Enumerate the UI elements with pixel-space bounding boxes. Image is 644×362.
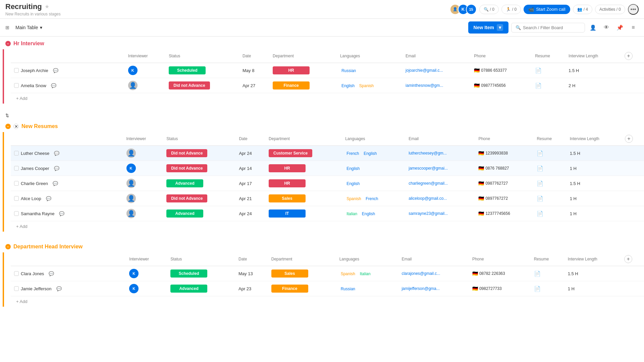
cell-interview-length: 1 H — [567, 206, 622, 221]
resume-icon[interactable]: 📄 — [534, 271, 541, 277]
resume-icon[interactable]: 📄 — [535, 83, 542, 88]
search-icon: 🔍 — [516, 25, 521, 30]
interviewer-avatar: 👤 — [126, 194, 136, 203]
new-item-arrow: ▾ — [497, 24, 503, 31]
comment-icon[interactable]: 💬 — [53, 68, 58, 73]
cell-resume: 📄 — [532, 63, 565, 78]
cell-status[interactable]: Scheduled — [165, 63, 239, 78]
cell-department: HR — [265, 161, 342, 176]
table-wrapper-new: Interviewer Status Date Department Langu… — [3, 132, 644, 232]
add-row-dept[interactable]: + Add — [11, 296, 644, 307]
add-column-button[interactable]: + — [625, 135, 633, 143]
eye-icon-btn[interactable]: 👁 — [601, 22, 612, 33]
cell-resume: 📄 — [531, 281, 565, 296]
col-add[interactable]: + — [621, 49, 644, 63]
flag-icon: 🇩🇪 — [472, 286, 478, 291]
search-input[interactable] — [523, 25, 581, 30]
interviewer-avatar: 👤 — [126, 148, 136, 158]
cell-name: Samantha Rayne 💬 — [11, 206, 123, 221]
cell-date: Apr 27 — [239, 78, 269, 93]
row-checkbox[interactable] — [14, 181, 19, 186]
cell-interviewer: 👤 — [123, 146, 163, 161]
new-item-button[interactable]: New Item ▾ — [468, 21, 508, 34]
col-languages: Languages — [337, 49, 402, 63]
cell-status[interactable]: Did not Advance — [163, 191, 235, 206]
resume-icon[interactable]: 📄 — [534, 286, 541, 292]
row-checkbox[interactable] — [14, 83, 19, 88]
flag-icon: 🇩🇪 — [478, 211, 484, 216]
resume-icon[interactable]: 📄 — [537, 166, 543, 171]
cell-status[interactable]: Advanced — [163, 206, 235, 221]
more-button[interactable]: ••• — [628, 4, 639, 15]
resume-icon[interactable]: 📄 — [537, 150, 543, 156]
col-interviewer: Interviewer — [125, 49, 166, 63]
interviewer-avatar: K — [129, 284, 139, 293]
cell-status[interactable]: Did not Advance — [165, 78, 239, 93]
cell-status[interactable]: Advanced — [167, 281, 235, 296]
filter-icon-btn[interactable]: 📌 — [614, 22, 625, 33]
col-languages: Languages — [336, 252, 398, 266]
row-checkbox[interactable] — [14, 286, 19, 291]
row-checkbox[interactable] — [14, 211, 19, 216]
activity-notif-btn[interactable]: 🏃 / 0 — [501, 5, 521, 14]
row-checkbox[interactable] — [14, 271, 19, 276]
zoom-call-button[interactable]: 📹 Start Zoom call — [524, 5, 570, 14]
cell-phone: 🇩🇪 08782 226363 — [469, 266, 531, 281]
row-checkbox[interactable] — [14, 166, 19, 171]
add-column-button[interactable]: + — [624, 255, 632, 263]
star-icon[interactable]: ★ — [45, 3, 49, 10]
comment-icon[interactable]: 💬 — [53, 181, 58, 186]
add-column-button[interactable]: + — [625, 52, 633, 60]
app-subtitle: New Recruits in various stages — [5, 12, 61, 16]
comment-icon[interactable]: 💬 — [54, 151, 59, 156]
users-btn[interactable]: 👥 / 4 — [573, 5, 592, 14]
resume-icon[interactable]: 📄 — [537, 181, 543, 186]
comment-icon[interactable]: 💬 — [59, 211, 64, 216]
app-title: Recruiting — [5, 2, 42, 11]
search-notif-btn[interactable]: 🔍 / 0 — [479, 5, 499, 14]
cell-status[interactable]: Scheduled — [167, 266, 235, 281]
table-dept: Interviewer Status Date Department Langu… — [11, 252, 644, 296]
col-add[interactable]: + — [621, 252, 644, 266]
row-checkbox[interactable] — [14, 68, 19, 73]
section-hr-header: − Hr Interview — [0, 37, 644, 49]
cell-status[interactable]: Did not Advance — [163, 146, 235, 161]
sort-icon-btn[interactable]: ≡ — [628, 22, 639, 33]
person-icon-btn[interactable]: 👤 — [588, 22, 598, 33]
cell-status[interactable]: Did not Advance — [163, 161, 235, 176]
close-icon[interactable]: ✕ — [13, 124, 19, 129]
col-resume: Resume — [531, 252, 565, 266]
comment-icon[interactable]: 💬 — [56, 286, 62, 291]
resume-icon[interactable]: 📄 — [535, 68, 542, 73]
table-row: Luther Cheese 💬 👤 Did not Advance Apr 24 — [11, 146, 644, 161]
toolbar: ⊞ Main Table ▾ New Item ▾ 🔍 👤 👁 📌 ≡ — [0, 19, 644, 37]
zoom-icon: 📹 — [528, 7, 534, 12]
cell-resume: 📄 — [531, 266, 565, 281]
main-table-button[interactable]: Main Table ▾ — [12, 23, 46, 32]
cell-email: iaminthesnow@gm... — [402, 78, 471, 93]
comment-icon[interactable]: 💬 — [49, 271, 54, 276]
comment-icon[interactable]: 💬 — [54, 166, 59, 171]
resume-icon[interactable]: 📄 — [537, 211, 543, 217]
search-box[interactable]: 🔍 — [511, 23, 585, 33]
resume-icon[interactable]: 📄 — [537, 196, 543, 201]
col-name — [11, 132, 123, 146]
header-actions: 👤 K 15 🔍 / 0 🏃 / 0 📹 Start Zoom call 👥 /… — [450, 4, 639, 15]
comment-icon[interactable]: 💬 — [51, 83, 56, 88]
activities-button[interactable]: Activities / 0 — [595, 5, 625, 14]
col-add[interactable]: + — [622, 132, 644, 146]
col-interviewer: Interviewer — [126, 252, 167, 266]
cell-email: luthercheesey@gm... — [405, 146, 475, 161]
add-row-new[interactable]: + Add — [11, 221, 644, 232]
table-row: Charlie Green 💬 👤 Advanced Apr 17 H — [11, 176, 644, 191]
add-row-hr[interactable]: + Add — [11, 93, 644, 104]
collapse-bar[interactable]: ⇅ — [0, 112, 644, 119]
cell-status[interactable]: Advanced — [163, 176, 235, 191]
comment-icon[interactable]: 💬 — [46, 196, 51, 201]
row-checkbox[interactable] — [14, 151, 19, 156]
cell-languages: English — [342, 176, 405, 191]
cell-email: jamescooper@gmai... — [405, 161, 475, 176]
cell-department: Finance — [269, 78, 337, 93]
row-checkbox[interactable] — [14, 196, 19, 201]
cell-interview-length: 1 H — [567, 191, 622, 206]
